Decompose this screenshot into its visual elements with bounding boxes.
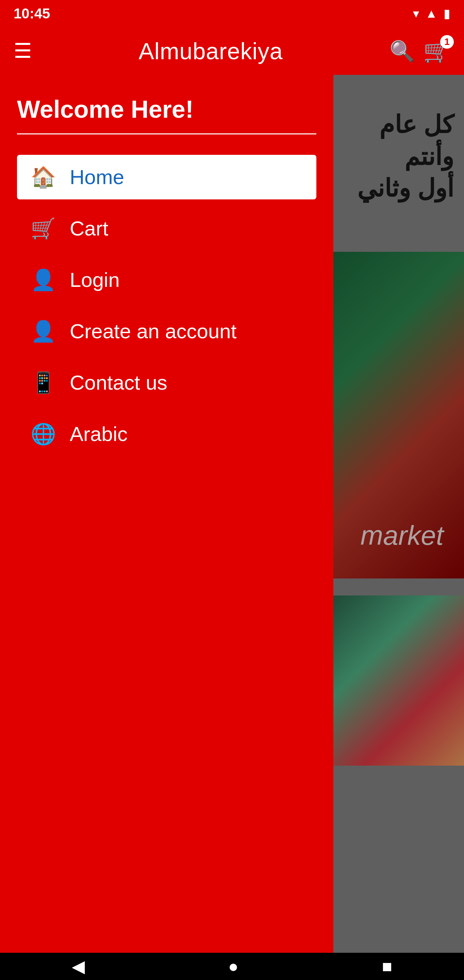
back-button[interactable]: ◀ (72, 956, 85, 976)
sidebar-create-account-label: Create an account (70, 320, 237, 343)
login-icon: 👤 (30, 268, 56, 292)
sidebar-item-cart[interactable]: 🛒 Cart (17, 206, 316, 251)
status-bar: 10:45 ▾ ▲ ▮ (0, 0, 464, 27)
sidebar-item-home[interactable]: 🏠 Home (17, 155, 316, 199)
sidebar: Welcome Here! 🏠 Home 🛒 Cart 👤 Login 👤 Cr… (0, 75, 334, 953)
wifi-icon: ▾ (413, 6, 419, 21)
top-bar: ☰ Almubarekiya 🔍 🛒 1 (0, 27, 464, 75)
arabic-text-area: كل عام وأنتم أول وثاني (334, 109, 454, 205)
globe-icon: 🌐 (30, 422, 56, 446)
bottom-bar: ◀ ● ■ (0, 953, 464, 980)
right-panel: كل عام وأنتم أول وثاني market (334, 75, 464, 953)
app-title: Almubarekiya (139, 38, 283, 64)
sidebar-cart-label: Cart (70, 217, 108, 240)
arabic-line-1: كل عام وأنتم (334, 109, 454, 172)
sidebar-login-label: Login (70, 268, 120, 292)
content-area: Welcome Here! 🏠 Home 🛒 Cart 👤 Login 👤 Cr… (0, 75, 464, 953)
sidebar-item-arabic[interactable]: 🌐 Arabic (17, 412, 316, 456)
contact-icon: 📱 (30, 371, 56, 395)
arabic-line-2: أول وثاني (334, 172, 454, 205)
battery-icon: ▮ (443, 6, 450, 21)
sidebar-item-login[interactable]: 👤 Login (17, 258, 316, 302)
signal-icon: ▲ (425, 6, 437, 21)
menu-icon[interactable]: ☰ (14, 41, 32, 61)
sidebar-arabic-label: Arabic (70, 422, 127, 446)
home-button[interactable]: ● (228, 956, 238, 976)
cart-menu-icon: 🛒 (30, 216, 56, 240)
status-icons: ▾ ▲ ▮ (413, 6, 450, 21)
overlay (334, 75, 464, 953)
home-icon: 🏠 (30, 165, 56, 189)
sidebar-divider (17, 134, 316, 134)
cart-badge: 1 (440, 35, 454, 49)
search-button[interactable]: 🔍 (389, 39, 415, 63)
status-time: 10:45 (14, 5, 50, 22)
cart-button[interactable]: 🛒 1 (423, 38, 450, 64)
sidebar-item-contact-us[interactable]: 📱 Contact us (17, 360, 316, 405)
create-account-icon: 👤 (30, 319, 56, 343)
sidebar-welcome: Welcome Here! (17, 95, 316, 123)
sidebar-contact-label: Contact us (70, 371, 167, 395)
sidebar-home-label: Home (70, 165, 124, 189)
recents-button[interactable]: ■ (382, 956, 392, 976)
sidebar-item-create-account[interactable]: 👤 Create an account (17, 309, 316, 353)
top-bar-right: 🔍 🛒 1 (389, 38, 450, 64)
